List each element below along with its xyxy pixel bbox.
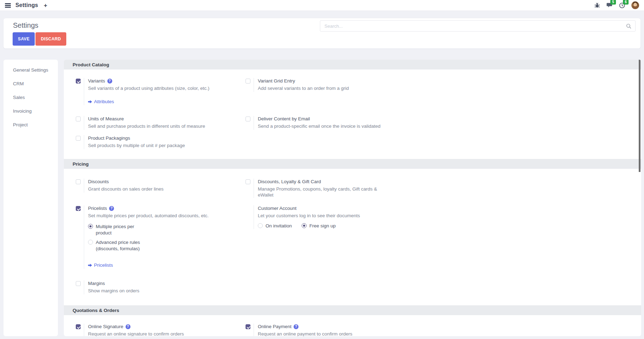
- new-tab-plus-icon[interactable]: +: [44, 2, 47, 8]
- setting-label: Customer Account: [258, 205, 296, 212]
- setting-label: Deliver Content by Email: [258, 116, 310, 122]
- setting-description: Let your customers log in to see their d…: [258, 213, 360, 219]
- radio-button[interactable]: [88, 224, 93, 229]
- search-input[interactable]: [320, 21, 626, 31]
- sidebar-item-crm[interactable]: CRM: [4, 77, 58, 91]
- arrow-right-icon: [88, 263, 92, 267]
- radio-multiple-prices-per-product[interactable]: Multiple prices per product: [88, 224, 209, 236]
- setting-description: Show margins on orders: [88, 288, 139, 294]
- setting-description: Sell and purchase products in different …: [88, 123, 205, 129]
- setting-online-signature: Online Signature Request an online signa…: [76, 324, 227, 336]
- discounts-loyalty-gift-card-checkbox[interactable]: [246, 179, 250, 184]
- sidebar-item-general-settings[interactable]: General Settings: [4, 63, 58, 77]
- online-signature-checkbox[interactable]: [76, 324, 81, 329]
- radio-button[interactable]: [88, 240, 93, 245]
- setting-description: Send a product-specific email once the i…: [258, 123, 381, 129]
- setting-description: Request an online payment to confirm ord…: [258, 331, 352, 336]
- sidebar-item-project[interactable]: Project: [4, 118, 58, 132]
- customer-account-radio-group: On invitation Free sign up: [258, 223, 360, 229]
- product-packagings-checkbox[interactable]: [76, 136, 81, 141]
- setting-description: Sell variants of a product using attribu…: [88, 85, 209, 91]
- pricelists-checkbox[interactable]: [76, 206, 81, 211]
- control-panel-buttons: SAVE DISCARD: [13, 32, 66, 46]
- setting-label: Online Payment: [258, 324, 291, 330]
- units-of-measure-checkbox[interactable]: [76, 117, 81, 121]
- setting-variants: Variants Sell variants of a product usin…: [76, 78, 227, 105]
- search-icon[interactable]: [626, 24, 631, 29]
- radio-free-sign-up[interactable]: Free sign up: [302, 223, 336, 229]
- debug-bug-icon[interactable]: [594, 2, 600, 8]
- page-title: Settings: [13, 21, 38, 29]
- setting-description: Grant discounts on sales order lines: [88, 186, 163, 192]
- sidebar-item-invoicing[interactable]: Invoicing: [4, 104, 58, 118]
- margins-checkbox[interactable]: [76, 281, 81, 286]
- deliver-content-by-email-checkbox[interactable]: [246, 117, 250, 121]
- settings-content: Product Catalog Variants Sell variants o…: [64, 60, 641, 336]
- activities-count-badge: 6: [623, 0, 629, 5]
- settings-sidebar: General Settings CRM Sales Invoicing Pro…: [4, 60, 58, 336]
- setting-deliver-content-by-email: Deliver Content by Email Send a product-…: [246, 116, 396, 130]
- setting-variant-grid-entry: Variant Grid Entry Add several variants …: [246, 78, 396, 92]
- section-header-pricing: Pricing: [64, 159, 641, 169]
- search-bar: [320, 20, 636, 32]
- setting-online-payment: Online Payment Request an online payment…: [246, 324, 396, 336]
- save-button[interactable]: SAVE: [13, 32, 35, 46]
- setting-description: Set multiple prices per product, automat…: [88, 213, 209, 219]
- top-navbar: Settings + 5 6: [0, 0, 644, 11]
- setting-margins: Margins Show margins on orders: [76, 280, 227, 294]
- section-header-product-catalog: Product Catalog: [64, 60, 641, 69]
- setting-label: Discounts, Loyalty & Gift Card: [258, 179, 321, 185]
- help-icon[interactable]: [109, 206, 114, 211]
- radio-button[interactable]: [258, 223, 263, 228]
- setting-label: Pricelists: [88, 205, 107, 212]
- section-header-quotations-orders: Quotations & Orders: [64, 305, 641, 315]
- discard-button[interactable]: DISCARD: [35, 32, 66, 46]
- setting-label: Margins: [88, 280, 105, 287]
- setting-label: Variants: [88, 78, 105, 84]
- setting-description: Manage Promotions, coupons, loyalty card…: [258, 186, 394, 198]
- user-avatar[interactable]: [631, 1, 639, 9]
- setting-label: Discounts: [88, 179, 109, 185]
- hamburger-menu-icon[interactable]: [5, 3, 11, 8]
- setting-discounts-loyalty-gift-card: Discounts, Loyalty & Gift Card Manage Pr…: [246, 179, 396, 198]
- radio-button[interactable]: [302, 223, 307, 228]
- help-icon[interactable]: [126, 324, 130, 329]
- setting-description: Request an online signature to confirm o…: [88, 331, 184, 336]
- setting-description: Sell products by multiple of unit # per …: [88, 142, 185, 148]
- setting-label: Units of Measure: [88, 116, 124, 122]
- arrow-right-icon: [88, 100, 92, 104]
- help-icon[interactable]: [107, 79, 112, 84]
- attributes-link[interactable]: Attributes: [88, 99, 114, 104]
- vertical-scrollbar[interactable]: [639, 60, 640, 172]
- radio-advanced-price-rules[interactable]: Advanced price rules (discounts, formula…: [88, 239, 209, 252]
- online-payment-checkbox[interactable]: [246, 324, 250, 329]
- pricelists-radio-group: Multiple prices per product Advanced pri…: [88, 224, 209, 252]
- setting-description: Add several variants to an order from a …: [258, 85, 349, 91]
- setting-customer-account: Customer Account Let your customers log …: [246, 205, 396, 229]
- setting-units-of-measure: Units of Measure Sell and purchase produ…: [76, 116, 227, 130]
- setting-label: Online Signature: [88, 324, 123, 330]
- help-icon[interactable]: [294, 324, 298, 329]
- messages-count-badge: 5: [610, 0, 616, 5]
- discounts-checkbox[interactable]: [76, 179, 81, 184]
- variants-checkbox[interactable]: [76, 79, 81, 84]
- navbar-systray: 5 6: [594, 1, 639, 9]
- setting-product-packagings: Product Packagings Sell products by mult…: [76, 135, 227, 149]
- activities-clock-icon[interactable]: 6: [619, 2, 625, 8]
- pricelists-link[interactable]: Pricelists: [88, 262, 113, 268]
- setting-label: Product Packagings: [88, 135, 130, 141]
- setting-label: Variant Grid Entry: [258, 78, 295, 84]
- radio-on-invitation[interactable]: On invitation: [258, 223, 292, 229]
- messages-icon[interactable]: 5: [606, 2, 613, 8]
- variant-grid-entry-checkbox[interactable]: [246, 79, 250, 84]
- control-panel: Settings SAVE DISCARD: [4, 18, 640, 48]
- setting-pricelists: Pricelists Set multiple prices per produ…: [76, 205, 227, 269]
- app-menu-title[interactable]: Settings: [15, 2, 38, 8]
- setting-discounts: Discounts Grant discounts on sales order…: [76, 179, 227, 193]
- sidebar-item-sales[interactable]: Sales: [4, 91, 58, 104]
